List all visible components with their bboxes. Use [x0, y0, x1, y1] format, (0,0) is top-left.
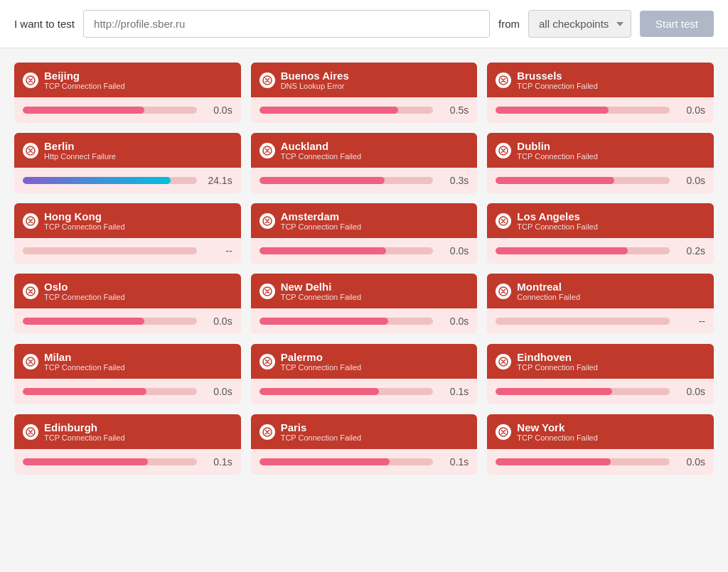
card-body-eindhoven: 0.0s — [487, 379, 714, 404]
card-body-dublin: 0.0s — [487, 168, 714, 193]
url-input[interactable] — [83, 10, 490, 38]
bar-container-beijing — [23, 107, 197, 114]
bar-container-hong-kong — [23, 247, 197, 254]
bar-fill-auckland — [259, 177, 385, 184]
bar-container-auckland — [259, 177, 434, 184]
card-city-berlin: Berlin — [44, 140, 116, 152]
card-error-milan: TCP Connection Failed — [44, 363, 125, 372]
card-header-new-york: New York TCP Connection Failed — [487, 414, 714, 449]
bar-container-dublin — [496, 177, 670, 184]
time-label-los-angeles: 0.2s — [677, 245, 705, 257]
card-body-los-angeles: 0.2s — [487, 238, 714, 264]
card-body-montreal: -- — [487, 308, 714, 334]
bar-container-amsterdam — [259, 247, 434, 254]
card-header-los-angeles: Los Angeles TCP Connection Failed — [487, 203, 714, 238]
checkpoint-select[interactable]: all checkpoints Europe Asia Americas — [528, 10, 631, 38]
card-header-palermo: Palermo TCP Connection Failed — [251, 344, 478, 379]
error-icon-paris — [259, 424, 275, 440]
card-header-milan: Milan TCP Connection Failed — [14, 344, 241, 379]
card-error-los-angeles: TCP Connection Failed — [517, 222, 598, 231]
bar-fill-new-delhi — [259, 318, 388, 325]
card-palermo: Palermo TCP Connection Failed 0.1s — [251, 344, 478, 404]
card-header-eindhoven: Eindhoven TCP Connection Failed — [487, 344, 714, 379]
card-hong-kong: Hong Kong TCP Connection Failed -- — [14, 203, 241, 264]
time-label-buenos-aires: 0.5s — [440, 104, 469, 116]
card-auckland: Auckland TCP Connection Failed 0.3s — [251, 133, 478, 193]
card-city-edinburgh: Edinburgh — [44, 421, 125, 433]
card-body-palermo: 0.1s — [251, 379, 478, 404]
card-header-buenos-aires: Buenos Aires DNS Lookup Error — [251, 63, 478, 97]
time-label-oslo: 0.0s — [204, 315, 232, 327]
card-city-buenos-aires: Buenos Aires — [281, 70, 349, 82]
card-error-buenos-aires: DNS Lookup Error — [281, 82, 349, 90]
error-icon-new-york — [496, 424, 511, 440]
bar-fill-berlin — [23, 177, 171, 184]
error-icon-amsterdam — [259, 213, 275, 229]
card-body-edinburgh: 0.1s — [14, 449, 241, 475]
error-icon-berlin — [23, 143, 38, 158]
card-city-milan: Milan — [44, 351, 125, 363]
bar-fill-oslo — [23, 318, 144, 325]
card-beijing: Beijing TCP Connection Failed 0.0s — [14, 63, 241, 123]
bar-container-montreal — [496, 318, 670, 325]
card-paris: Paris TCP Connection Failed 0.1s — [251, 414, 478, 475]
time-label-palermo: 0.1s — [440, 386, 469, 397]
card-city-montreal: Montreal — [517, 281, 580, 293]
card-dublin: Dublin TCP Connection Failed 0.0s — [487, 133, 714, 193]
bar-fill-brussels — [496, 107, 609, 114]
card-error-eindhoven: TCP Connection Failed — [517, 363, 598, 372]
time-label-hong-kong: -- — [204, 245, 232, 257]
card-header-paris: Paris TCP Connection Failed — [251, 414, 478, 449]
card-body-brussels: 0.0s — [487, 97, 714, 123]
card-los-angeles: Los Angeles TCP Connection Failed 0.2s — [487, 203, 714, 264]
card-buenos-aires: Buenos Aires DNS Lookup Error 0.5s — [251, 63, 478, 123]
card-header-hong-kong: Hong Kong TCP Connection Failed — [14, 203, 241, 238]
error-icon-new-delhi — [259, 284, 275, 299]
card-error-dublin: TCP Connection Failed — [517, 152, 598, 161]
card-city-paris: Paris — [281, 421, 362, 433]
toolbar: I want to test from all checkpoints Euro… — [0, 0, 728, 48]
time-label-amsterdam: 0.0s — [440, 245, 469, 257]
card-error-new-york: TCP Connection Failed — [517, 433, 598, 442]
card-edinburgh: Edinburgh TCP Connection Failed 0.1s — [14, 414, 241, 475]
card-body-new-delhi: 0.0s — [251, 308, 478, 334]
card-header-dublin: Dublin TCP Connection Failed — [487, 133, 714, 168]
card-error-new-delhi: TCP Connection Failed — [281, 293, 362, 301]
card-error-brussels: TCP Connection Failed — [517, 82, 598, 90]
card-city-new-delhi: New Delhi — [281, 281, 362, 293]
time-label-paris: 0.1s — [440, 456, 469, 468]
card-city-los-angeles: Los Angeles — [517, 210, 598, 222]
bar-container-berlin — [23, 177, 197, 184]
card-city-dublin: Dublin — [517, 140, 598, 152]
error-icon-los-angeles — [496, 213, 511, 229]
error-icon-eindhoven — [496, 354, 511, 369]
bar-fill-eindhoven — [496, 388, 612, 395]
card-eindhoven: Eindhoven TCP Connection Failed 0.0s — [487, 344, 714, 404]
time-label-eindhoven: 0.0s — [677, 386, 705, 397]
bar-container-edinburgh — [23, 458, 197, 465]
time-label-montreal: -- — [677, 315, 705, 327]
card-error-oslo: TCP Connection Failed — [44, 293, 125, 301]
error-icon-beijing — [23, 72, 38, 88]
bar-fill-buenos-aires — [259, 107, 399, 114]
card-error-montreal: Connection Failed — [517, 293, 580, 301]
card-berlin: Berlin Http Connect Failure 24.1s — [14, 133, 241, 193]
time-label-berlin: 24.1s — [204, 175, 232, 186]
card-amsterdam: Amsterdam TCP Connection Failed 0.0s — [251, 203, 478, 264]
card-body-hong-kong: -- — [14, 238, 241, 264]
error-icon-edinburgh — [23, 424, 38, 440]
card-header-berlin: Berlin Http Connect Failure — [14, 133, 241, 168]
card-body-oslo: 0.0s — [14, 308, 241, 334]
bar-fill-edinburgh — [23, 458, 148, 465]
error-icon-buenos-aires — [259, 72, 275, 88]
time-label-edinburgh: 0.1s — [204, 456, 232, 468]
card-body-buenos-aires: 0.5s — [251, 97, 478, 123]
time-label-dublin: 0.0s — [677, 175, 705, 186]
error-icon-hong-kong — [23, 213, 38, 229]
bar-fill-palermo — [259, 388, 380, 395]
error-icon-oslo — [23, 284, 38, 299]
bar-container-milan — [23, 388, 197, 395]
card-city-eindhoven: Eindhoven — [517, 351, 598, 363]
time-label-beijing: 0.0s — [204, 104, 232, 116]
start-test-button[interactable]: Start test — [640, 11, 714, 37]
